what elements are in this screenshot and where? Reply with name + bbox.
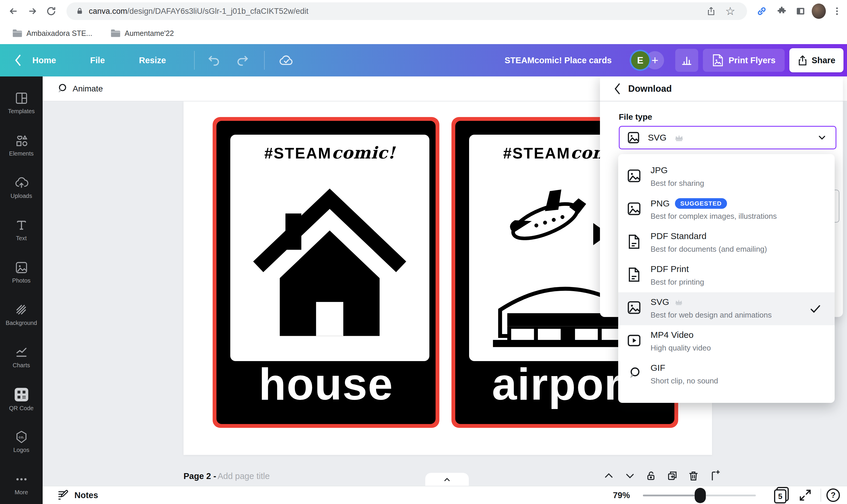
sidebar-item-photos[interactable]: Photos — [0, 252, 43, 293]
bookmark-folder-1[interactable]: Ambaixadora STE... — [12, 29, 92, 38]
sidebar-item-charts[interactable]: Charts — [0, 336, 43, 378]
share-button[interactable]: Share — [789, 48, 844, 72]
help-icon: ? — [826, 488, 840, 502]
bookmark-folder-2[interactable]: Aumentame'22 — [111, 29, 174, 38]
sidebar-item-logos[interactable]: co. Logos — [0, 421, 43, 462]
link-extension-icon[interactable] — [755, 4, 769, 18]
gif-file-icon — [627, 366, 642, 381]
image-file-icon — [627, 168, 642, 183]
menu-resize[interactable]: Resize — [139, 56, 166, 65]
sidebar-item-more[interactable]: More — [0, 464, 43, 504]
menu-file[interactable]: File — [90, 56, 105, 65]
zoom-percent: 79% — [613, 490, 630, 500]
browser-forward-button[interactable] — [25, 4, 39, 18]
page-count-button[interactable]: 5 — [774, 486, 789, 504]
premium-crown-icon — [674, 133, 684, 142]
elements-icon — [15, 134, 28, 147]
pages-icon: 5 — [774, 487, 789, 503]
url-text: canva.com/design/DAFAY6s3liU/sGlr-1_j01b… — [89, 7, 308, 16]
dropdown-option-jpg[interactable]: JPG Best for sharing — [618, 161, 835, 194]
bookmark-label: Aumentame'22 — [125, 29, 174, 38]
share-page-icon[interactable] — [706, 6, 716, 16]
suggested-badge: SUGGESTED — [675, 198, 727, 209]
sidebar-item-templates[interactable]: Templates — [0, 82, 43, 124]
print-flyers-label: Print Flyers — [728, 56, 776, 65]
dropdown-option-png[interactable]: PNG SUGGESTED Best for complex images, i… — [618, 194, 835, 227]
address-bar[interactable]: canva.com/design/DAFAY6s3liU/sGlr-1_j01b… — [67, 2, 747, 20]
zoom-slider[interactable] — [643, 494, 756, 496]
zoom-slider-fill — [643, 494, 700, 496]
selected-check-icon — [809, 302, 822, 315]
share-upload-icon — [798, 55, 808, 66]
templates-icon — [15, 91, 28, 105]
charts-icon — [15, 345, 28, 359]
extensions-puzzle-icon[interactable] — [775, 4, 789, 18]
back-chevron-icon[interactable] — [613, 83, 621, 95]
collapse-pages-tab[interactable] — [425, 473, 469, 486]
option-label: PDF Standard — [651, 231, 706, 241]
page-number-label: Page 2 - — [183, 471, 216, 481]
sidebar-item-elements[interactable]: Elements — [0, 125, 43, 166]
object-panel-rail: Templates Elements Uploads Text Photos B… — [0, 76, 43, 504]
arrow-right-icon — [27, 6, 38, 16]
chevron-up-icon — [443, 475, 451, 484]
zoom-slider-knob[interactable] — [695, 488, 706, 503]
card-frame: #STEAMcomic! house — [216, 121, 436, 424]
undo-icon[interactable] — [208, 54, 220, 67]
browser-back-button[interactable] — [6, 4, 21, 18]
page-count: 5 — [774, 489, 787, 503]
notes-button[interactable]: Notes — [57, 489, 98, 501]
option-description: High quality video — [651, 343, 711, 353]
card-art-area: #STEAMcomic! — [230, 135, 429, 361]
browser-refresh-button[interactable] — [44, 4, 58, 18]
dropdown-option-gif[interactable]: GIF Short clip, no sound — [618, 358, 835, 391]
svg-text:co.: co. — [19, 435, 24, 439]
sidebar-item-qr-code[interactable]: QR Code — [0, 379, 43, 420]
file-type-selected-value: SVG — [648, 132, 666, 143]
lock-icon — [76, 7, 84, 16]
card-house[interactable]: #STEAMcomic! house — [213, 117, 439, 428]
dropdown-option-svg[interactable]: SVG Best for web design and animations — [618, 292, 835, 325]
qr-code-icon — [14, 387, 29, 402]
image-file-icon — [627, 201, 642, 216]
side-panel-icon[interactable] — [793, 4, 808, 18]
arrow-left-icon — [8, 6, 19, 16]
option-label: MP4 Video — [651, 330, 693, 340]
unlock-page-icon[interactable] — [646, 470, 657, 481]
fullscreen-button[interactable] — [799, 486, 812, 504]
dropdown-option-pdf-standard[interactable]: PDF Standard Best for documents (and ema… — [618, 227, 835, 259]
insights-button[interactable] — [675, 49, 698, 72]
dropdown-option-mp4[interactable]: MP4 Video High quality video — [618, 325, 835, 358]
user-avatar[interactable]: E — [631, 51, 649, 69]
browser-menu-icon[interactable] — [830, 4, 844, 18]
browser-profile-avatar[interactable] — [812, 4, 826, 18]
option-description: Best for printing — [651, 277, 704, 287]
print-flyers-button[interactable]: Print Flyers — [703, 49, 785, 72]
page-title-placeholder[interactable]: Add page title — [218, 471, 270, 481]
file-type-select[interactable]: SVG — [619, 126, 836, 149]
move-page-up-icon[interactable] — [603, 470, 614, 481]
more-dots-icon — [15, 472, 28, 486]
help-button[interactable]: ? — [826, 486, 840, 504]
redo-icon[interactable] — [236, 54, 249, 67]
delete-page-icon[interactable] — [688, 470, 699, 481]
image-file-icon — [627, 300, 642, 315]
animate-button[interactable]: Animate — [56, 83, 103, 95]
sidebar-item-background[interactable]: Background — [0, 294, 43, 335]
page-controls — [603, 470, 720, 481]
home-back-chevron-icon[interactable] — [14, 54, 22, 66]
dropdown-option-pdf-print[interactable]: PDF Print Best for printing — [618, 259, 835, 292]
sidebar-item-text[interactable]: Text — [0, 209, 43, 251]
duplicate-page-icon[interactable] — [667, 470, 678, 481]
document-title[interactable]: STEAMcomic! Place cards — [505, 56, 612, 65]
menu-home[interactable]: Home — [32, 56, 56, 65]
bookmark-star-icon[interactable]: ☆ — [725, 5, 735, 18]
logos-icon: co. — [15, 430, 28, 444]
uploads-icon — [15, 176, 28, 190]
animate-label: Animate — [73, 84, 103, 93]
text-icon — [15, 218, 28, 232]
add-page-icon[interactable] — [709, 470, 720, 481]
sidebar-item-uploads[interactable]: Uploads — [0, 167, 43, 208]
move-page-down-icon[interactable] — [624, 470, 635, 481]
card-brand-text: #STEAMcomic! — [230, 143, 429, 162]
